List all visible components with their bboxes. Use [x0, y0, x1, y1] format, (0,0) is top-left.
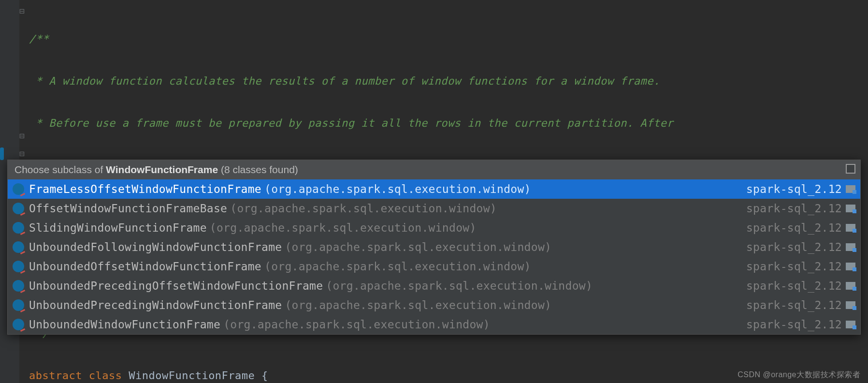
doc-comment-line: * A window function calculates the resul… [29, 72, 866, 90]
subclass-list[interactable]: FrameLessOffsetWindowFunctionFrame(org.a… [8, 179, 860, 334]
library-folder-icon [846, 301, 855, 309]
library-folder-icon [846, 224, 855, 232]
location-label: spark-sql_2.12 [746, 299, 842, 311]
package-label: (org.apache.spark.sql.execution.window) [223, 318, 490, 331]
watermark-text: CSDN @orange大数据技术探索者 [738, 370, 860, 380]
class-name-label: UnboundedOffsetWindowFunctionFrame [29, 260, 261, 273]
class-name-label: UnboundedPrecedingOffsetWindowFunctionFr… [29, 280, 323, 292]
library-folder-icon [846, 185, 855, 193]
package-label: (org.apache.spark.sql.execution.window) [285, 299, 551, 311]
popup-title-classname: WindowFunctionFrame [106, 164, 218, 175]
location-label: spark-sql_2.12 [746, 241, 842, 253]
library-folder-icon [846, 205, 855, 212]
fold-toggle-icon[interactable]: ⊟ [19, 148, 25, 159]
location-label: spark-sql_2.12 [746, 318, 842, 331]
class-name-label: FrameLessOffsetWindowFunctionFrame [29, 183, 261, 195]
subclass-list-item[interactable]: UnboundedFollowingWindowFunctionFrame(or… [8, 237, 860, 257]
fold-toggle-icon[interactable]: ⊟ [19, 6, 25, 16]
package-label: (org.apache.spark.sql.execution.window) [210, 221, 477, 234]
subclass-list-item[interactable]: UnboundedOffsetWindowFunctionFrame(org.a… [8, 257, 860, 276]
class-icon [13, 203, 24, 214]
class-icon [13, 222, 24, 234]
subclass-list-item[interactable]: UnboundedPrecedingOffsetWindowFunctionFr… [8, 276, 860, 295]
open-brace: { [255, 369, 268, 382]
class-icon [13, 261, 24, 272]
doc-comment-line: /** [29, 30, 866, 48]
class-icon [13, 280, 24, 292]
package-label: (org.apache.spark.sql.execution.window) [230, 202, 497, 215]
package-label: (org.apache.spark.sql.execution.window) [326, 280, 593, 292]
class-name-label: UnboundedFollowingWindowFunctionFrame [29, 241, 282, 253]
package-label: (org.apache.spark.sql.execution.window) [264, 260, 531, 273]
location-label: spark-sql_2.12 [746, 183, 842, 195]
location-label: spark-sql_2.12 [746, 260, 842, 273]
class-name-label: UnboundedWindowFunctionFrame [29, 318, 220, 331]
fold-end-icon[interactable]: ⊟ [19, 131, 25, 141]
package-label: (org.apache.spark.sql.execution.window) [264, 183, 531, 195]
class-name: WindowFunctionFrame [129, 369, 255, 382]
subclass-list-item[interactable]: OffsetWindowFunctionFrameBase(org.apache… [8, 199, 860, 218]
gutter-marker-icon[interactable] [0, 147, 4, 160]
subclass-list-item[interactable]: UnboundedPrecedingWindowFunctionFrame(or… [8, 295, 860, 315]
class-name-label: OffsetWindowFunctionFrameBase [29, 202, 227, 215]
popup-title-prefix: Choose subclass of [14, 164, 106, 175]
popup-title-bar: Choose subclass of WindowFunctionFrame (… [8, 160, 860, 179]
subclass-chooser-popup: Choose subclass of WindowFunctionFrame (… [7, 160, 861, 335]
class-icon [13, 319, 24, 330]
subclass-list-item[interactable]: UnboundedWindowFunctionFrame(org.apache.… [8, 315, 860, 334]
library-folder-icon [846, 282, 855, 290]
library-folder-icon [846, 243, 855, 251]
subclass-list-item[interactable]: SlidingWindowFunctionFrame(org.apache.sp… [8, 218, 860, 237]
doc-comment-line: * Before use a frame must be prepared by… [29, 114, 866, 132]
location-label: spark-sql_2.12 [746, 280, 842, 292]
package-label: (org.apache.spark.sql.execution.window) [285, 241, 551, 253]
detach-window-icon[interactable] [846, 164, 855, 174]
location-label: spark-sql_2.12 [746, 221, 842, 234]
class-name-label: SlidingWindowFunctionFrame [29, 221, 207, 234]
library-folder-icon [846, 321, 855, 328]
keyword-abstract-class: abstract class [29, 369, 129, 382]
library-folder-icon [846, 263, 855, 270]
class-icon [13, 299, 24, 311]
location-label: spark-sql_2.12 [746, 202, 842, 215]
class-icon [13, 241, 24, 253]
popup-title-count: (8 classes found) [218, 164, 298, 175]
subclass-list-item[interactable]: FrameLessOffsetWindowFunctionFrame(org.a… [8, 179, 860, 199]
class-name-label: UnboundedPrecedingWindowFunctionFrame [29, 299, 282, 311]
class-icon [13, 183, 24, 195]
